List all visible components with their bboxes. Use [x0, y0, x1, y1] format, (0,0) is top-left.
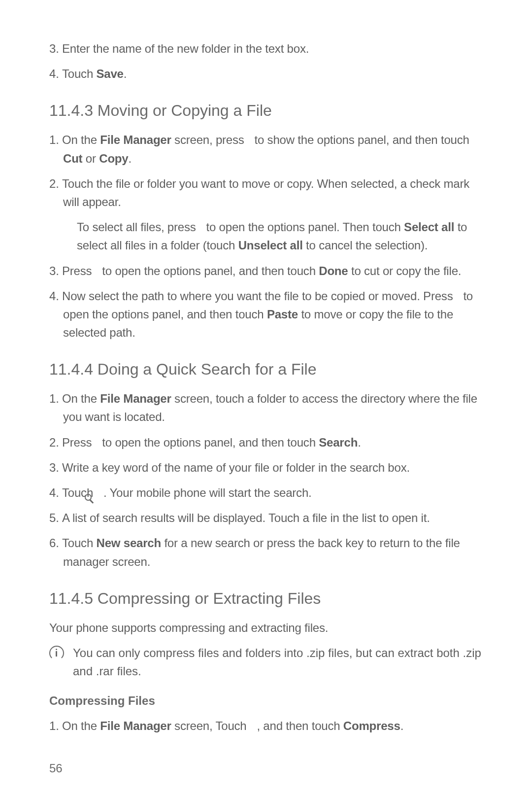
body-text: .: [124, 67, 127, 80]
body-text: A list of search results will be display…: [62, 511, 430, 524]
body-text: .: [358, 436, 361, 449]
body-text: On the: [62, 719, 100, 732]
list-item: 4. Touch . Your mobile phone will start …: [49, 484, 483, 502]
list-item: 2. Touch the file or folder you want to …: [49, 174, 483, 211]
list-item-number: 4.: [49, 65, 62, 83]
bold-text: Select all: [404, 220, 454, 234]
bold-text: File Manager: [100, 392, 171, 405]
list-item: 3. Enter the name of the new folder in t…: [49, 39, 483, 58]
body-text: Touch the file or folder you want to mov…: [62, 177, 469, 208]
bold-text: Compress: [343, 719, 400, 732]
bold-text: Unselect all: [238, 239, 303, 252]
bold-text: File Manager: [100, 719, 171, 732]
list-item-number: 2.: [49, 433, 62, 451]
list-item-number: 6.: [49, 534, 62, 552]
bold-text: Cut: [63, 152, 82, 165]
body-text: Enter the name of the new folder in the …: [62, 42, 309, 55]
manual-page: 3. Enter the name of the new folder in t…: [0, 0, 532, 797]
section-heading-1143: 11.4.3 Moving or Copying a File: [49, 102, 483, 120]
bold-text: Copy: [99, 152, 128, 165]
list-item-number: 3.: [49, 262, 62, 280]
body-text: Now select the path to where you want th…: [62, 289, 456, 303]
body-text: to open the options panel, and then touc…: [99, 436, 319, 449]
list-item-number: 1.: [49, 717, 62, 735]
body-text: to open the options panel. Then touch: [203, 220, 404, 234]
body-text: to cancel the selection).: [303, 239, 428, 252]
body-text: to cut or copy the file.: [348, 264, 461, 277]
body-text: screen, press: [171, 133, 247, 146]
list-item-number: 1.: [49, 131, 62, 149]
body-text: Touch: [62, 536, 97, 550]
body-text: or: [82, 152, 99, 165]
body-text: Press: [62, 436, 95, 449]
list-item: 4. Touch Save.: [49, 65, 483, 83]
list-item-number: 4.: [49, 287, 62, 305]
list-item: 6. Touch New search for a new search or …: [49, 534, 483, 570]
bold-text: Done: [319, 264, 348, 277]
body-text: Touch: [62, 67, 97, 80]
list-item-number: 3.: [49, 39, 62, 58]
list-item-number: 1.: [49, 389, 62, 408]
list-item-number: 5.: [49, 509, 62, 527]
section-1145-intro: Your phone supports compressing and extr…: [49, 619, 483, 637]
note-text: You can only compress files and folders …: [73, 644, 483, 680]
body-text: To select all files, press: [77, 220, 199, 234]
page-number: 56: [49, 762, 63, 775]
list-item: 2. Press to open the options panel, and …: [49, 433, 483, 451]
section-heading-1144: 11.4.4 Doing a Quick Search for a File: [49, 360, 483, 379]
bold-text: File Manager: [100, 133, 171, 146]
list-item: 3. Press to open the options panel, and …: [49, 262, 483, 280]
section-heading-1145: 11.4.5 Compressing or Extracting Files: [49, 589, 483, 608]
body-text: .: [128, 152, 131, 165]
body-text: On the: [62, 392, 100, 405]
list-item: 5. A list of search results will be disp…: [49, 509, 483, 527]
list-item-number: 3.: [49, 458, 62, 477]
list-item-number: 4.: [49, 484, 62, 502]
bold-text: Paste: [267, 308, 298, 321]
body-text: to open the options panel, and then touc…: [99, 264, 319, 277]
body-text: Write a key word of the name of your fil…: [62, 461, 410, 474]
body-text: . Your mobile phone will start the searc…: [100, 486, 312, 499]
list-item: 1. On the File Manager screen, Touch , a…: [49, 717, 483, 735]
body-text: to show the options panel, and then touc…: [251, 133, 469, 146]
sub-note: To select all files, press to open the o…: [77, 218, 483, 254]
body-text: , and then touch: [254, 719, 343, 732]
list-item: 1. On the File Manager screen, press to …: [49, 131, 483, 167]
bold-text: Save: [97, 67, 124, 80]
body-text: screen, Touch: [171, 719, 250, 732]
body-text: .: [400, 719, 403, 732]
note-row: You can only compress files and folders …: [49, 644, 483, 680]
list-item: 4. Now select the path to where you want…: [49, 287, 483, 342]
list-item-number: 2.: [49, 174, 62, 193]
bold-text: New search: [97, 536, 161, 550]
list-item: 1. On the File Manager screen, touch a f…: [49, 389, 483, 426]
list-1144: 1. On the File Manager screen, touch a f…: [49, 389, 483, 571]
body-text: On the: [62, 133, 100, 146]
list-1145: 1. On the File Manager screen, Touch , a…: [49, 717, 483, 735]
list-item: 3. Write a key word of the name of your …: [49, 458, 483, 477]
bold-text: Search: [319, 436, 358, 449]
body-text: Press: [62, 264, 95, 277]
warning-icon: [49, 646, 64, 660]
intro-list: 3. Enter the name of the new folder in t…: [49, 39, 483, 83]
subheading-compressing-files: Compressing Files: [49, 694, 483, 708]
list-1143: 1. On the File Manager screen, press to …: [49, 131, 483, 342]
